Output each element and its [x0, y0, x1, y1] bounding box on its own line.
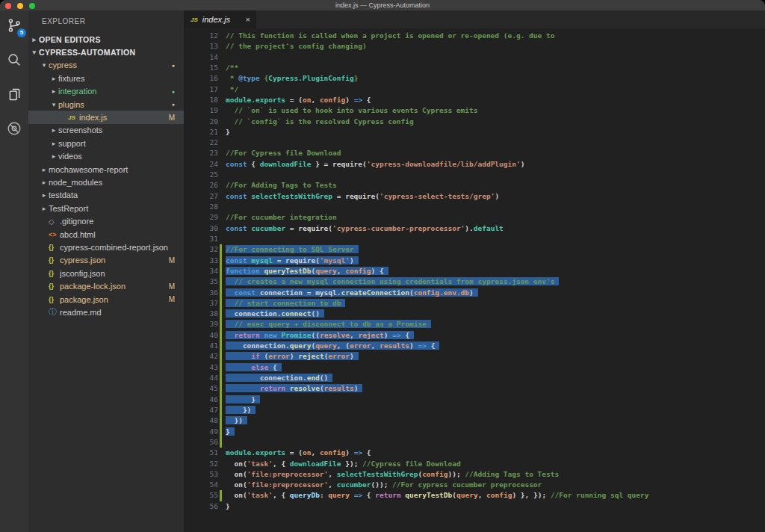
code-text: }: [222, 427, 235, 437]
code-line-41[interactable]: 41 connection.query(query, (error, resul…: [185, 341, 765, 351]
code-line-47[interactable]: 47 }): [185, 405, 765, 415]
code-line-31[interactable]: 31: [185, 234, 765, 244]
line-number: 43: [185, 362, 218, 373]
tree-item-fixtures[interactable]: ▸fixtures: [28, 72, 184, 84]
code-line-19[interactable]: 19 // `on` is used to hook into various …: [185, 105, 765, 116]
code-line-22[interactable]: 22: [185, 137, 765, 148]
tree-item-node-modules[interactable]: ▸node_modules: [28, 176, 184, 188]
tree-item-jsconfig-json[interactable]: {}jsconfig.json: [28, 267, 184, 279]
code-line-24[interactable]: 24const { downloadFile } = require('cypr…: [185, 159, 765, 170]
tree-item-cypress-combined-report-json[interactable]: {}cypress-combined-report.json: [28, 241, 184, 253]
code-line-17[interactable]: 17 */: [185, 84, 765, 95]
code-line-12[interactable]: 12// This function is called when a proj…: [185, 31, 765, 41]
code-text: }: [222, 127, 230, 137]
code-line-21[interactable]: 21}: [185, 127, 765, 137]
code-line-40[interactable]: 40 return new Promise((resolve, reject) …: [185, 330, 765, 341]
tree-item-label: OPEN EDITORS: [39, 35, 184, 44]
code-text: }: [222, 501, 230, 512]
code-line-39[interactable]: 39 // exec query + disconnect to db as a…: [185, 319, 765, 330]
tree-item-cypress-json[interactable]: {}cypress.jsonM: [28, 254, 184, 267]
code-line-25[interactable]: 25: [185, 170, 765, 180]
code-line-20[interactable]: 20 // `config` is the resolved Cypress c…: [185, 117, 765, 127]
tree-item-package-json[interactable]: {}package.jsonM: [28, 293, 184, 306]
debug-tab[interactable]: [5, 120, 23, 137]
line-number: 53: [185, 469, 218, 480]
minimize-window-button[interactable]: [17, 3, 23, 9]
zoom-window-button[interactable]: [29, 3, 35, 9]
line-number: 51: [185, 448, 218, 458]
line-number: 56: [185, 501, 218, 512]
search-tab[interactable]: [5, 51, 23, 69]
tree-item-cypress-automation[interactable]: ▾CYPRESS-AUTOMATION: [28, 46, 184, 58]
code-text: //For connecting to SQL Server: [222, 244, 359, 255]
code-line-14[interactable]: 14: [185, 52, 765, 63]
tree-item-videos[interactable]: ▸videos: [28, 150, 184, 163]
code-line-27[interactable]: 27const selectTestsWithGrep = require('c…: [185, 191, 765, 202]
git-dot-badge: ●: [172, 102, 184, 107]
code-line-51[interactable]: 51module.exports = (on, config) => {: [185, 448, 765, 458]
tree-item-screenshots[interactable]: ▸screenshots: [28, 124, 184, 137]
tree-item-integration[interactable]: ▸integration●: [28, 85, 184, 98]
code-line-26[interactable]: 26//For Adding Tags to Tests: [185, 180, 765, 191]
code-line-48[interactable]: 48 }): [185, 415, 765, 426]
code-line-15[interactable]: 15/**: [185, 63, 765, 73]
tab-bar: JS index.js ×: [185, 10, 765, 28]
tree-item-testdata[interactable]: ▸testdata: [28, 189, 184, 202]
code-line-16[interactable]: 16 * @type {Cypress.PluginConfig}: [185, 73, 765, 84]
code-line-30[interactable]: 30const cucumber = require('cypress-cucu…: [185, 223, 765, 234]
chevron-right-icon: ▸: [49, 75, 58, 82]
code-line-49[interactable]: 49}: [185, 427, 765, 437]
tree-item-cypress[interactable]: ▾cypress●: [28, 59, 184, 72]
code-line-46[interactable]: 46 }: [185, 395, 765, 405]
code-line-29[interactable]: 29//For cucumber integration: [185, 212, 765, 223]
code-line-53[interactable]: 53 on('file:preprocessor', selectTestsWi…: [185, 469, 765, 480]
chevron-right-icon: ▸: [30, 36, 39, 43]
line-number: 15: [185, 63, 218, 73]
code-line-18[interactable]: 18module.exports = (on, config) => {: [185, 95, 765, 105]
selection-highlight: return resolve(results): [226, 384, 362, 392]
code-line-37[interactable]: 37 // start connection to db: [185, 298, 765, 309]
tree-item-abcd-html[interactable]: <>abcd.html: [28, 228, 184, 241]
code-line-44[interactable]: 44 connection.end(): [185, 373, 765, 383]
code-line-45[interactable]: 45 return resolve(results): [185, 383, 765, 394]
code-line-13[interactable]: 13// the project's config changing): [185, 41, 765, 52]
code-line-34[interactable]: 34function queryTestDb(query, config) {: [185, 266, 765, 276]
tree-item-label: integration: [58, 87, 172, 96]
tree-item-open-editors[interactable]: ▸OPEN EDITORS: [28, 33, 184, 46]
tree-item-index-js[interactable]: JSindex.jsM: [28, 111, 184, 123]
code-line-50[interactable]: 50: [185, 437, 765, 448]
tree-item-package-lock-json[interactable]: {}package-lock.jsonM: [28, 279, 184, 292]
code-line-28[interactable]: 28: [185, 202, 765, 212]
code-text: */: [222, 84, 238, 95]
tab-index-js[interactable]: JS index.js ×: [185, 10, 256, 28]
line-number: 44: [185, 373, 218, 383]
tree-item-label: cypress.json: [60, 256, 169, 265]
close-window-button[interactable]: [5, 3, 11, 9]
tree-item-readme-md[interactable]: ⓘreadme.md: [28, 306, 184, 318]
code-line-42[interactable]: 42 if (error) reject(error): [185, 351, 765, 362]
code-line-52[interactable]: 52 on('task', { downloadFile }); //Cypre…: [185, 459, 765, 469]
selection-highlight: // start connection to db: [226, 299, 345, 307]
explorer-tab[interactable]: [5, 85, 23, 103]
code-area[interactable]: 12// This function is called when a proj…: [185, 28, 765, 532]
source-control-tab[interactable]: 5: [5, 16, 23, 34]
tree-item-testreport[interactable]: ▸TestReport: [28, 202, 184, 214]
chevron-down-icon: ▾: [30, 49, 39, 56]
close-tab-icon[interactable]: ×: [246, 15, 250, 24]
code-line-33[interactable]: 33const mysql = require('mysql'): [185, 256, 765, 266]
tree-item-plugins[interactable]: ▾plugins●: [28, 98, 184, 111]
tree-item-support[interactable]: ▸support: [28, 137, 184, 149]
code-line-38[interactable]: 38 connection.connect(): [185, 309, 765, 319]
code-line-56[interactable]: 56}: [185, 501, 765, 512]
code-line-35[interactable]: 35 // creates a new mysql connection usi…: [185, 276, 765, 287]
tree-item-mochawesome-report[interactable]: ▸mochawesome-report: [28, 163, 184, 176]
tree-item--gitignore[interactable]: ◇.gitignore: [28, 214, 184, 227]
code-line-23[interactable]: 23//For Cypress file Download: [185, 148, 765, 158]
code-line-43[interactable]: 43 else {: [185, 362, 765, 373]
tree-item-label: plugins: [58, 100, 172, 109]
code-line-36[interactable]: 36 const connection = mysql.createConnec…: [185, 288, 765, 298]
code-text: }): [222, 405, 255, 415]
code-line-55[interactable]: 55 on('task', { queryDb: query => { retu…: [185, 490, 765, 501]
code-line-54[interactable]: 54 on('file:preprocessor', cucumber()); …: [185, 480, 765, 490]
code-line-32[interactable]: 32//For connecting to SQL Server: [185, 244, 765, 255]
